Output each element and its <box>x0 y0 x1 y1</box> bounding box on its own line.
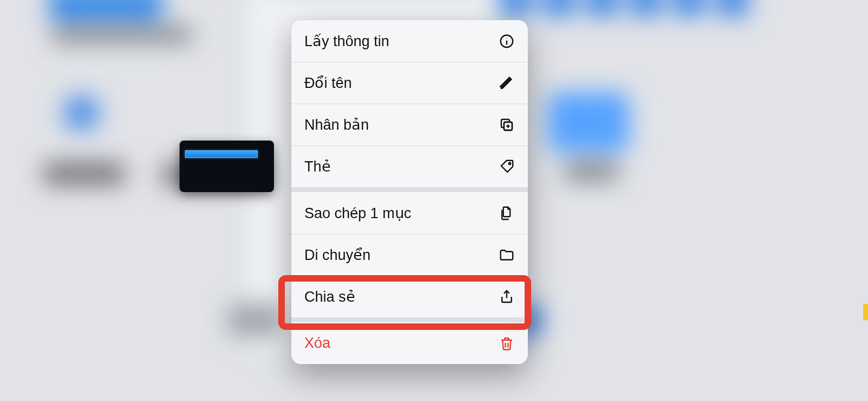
menu-item-share[interactable]: Chia sẻ <box>291 276 528 317</box>
menu-item-get-info[interactable]: Lấy thông tin <box>291 20 528 62</box>
menu-item-copy-one[interactable]: Sao chép 1 mục <box>291 192 528 234</box>
edge-artifact <box>863 304 868 320</box>
tag-icon <box>499 158 515 175</box>
duplicate-icon <box>499 117 515 133</box>
folder-icon <box>499 247 515 263</box>
menu-item-label: Chia sẻ <box>304 288 355 305</box>
doc-on-doc-icon <box>499 205 515 221</box>
pencil-icon <box>499 75 515 91</box>
menu-item-rename[interactable]: Đổi tên <box>291 62 528 104</box>
menu-item-label: Nhân bản <box>304 116 369 133</box>
menu-item-label: Xóa <box>304 335 330 352</box>
menu-item-label: Sao chép 1 mục <box>304 205 411 222</box>
menu-item-delete[interactable]: Xóa <box>291 322 528 364</box>
menu-item-tags[interactable]: Thẻ <box>291 145 528 187</box>
context-menu: Lấy thông tin Đổi tên Nhân bản <box>291 20 528 364</box>
menu-item-label: Lấy thông tin <box>304 33 390 50</box>
menu-item-label: Di chuyển <box>304 246 371 264</box>
waveform-preview <box>185 150 258 158</box>
svg-point-8 <box>509 163 511 165</box>
selected-item-thumbnail[interactable] <box>180 141 274 192</box>
share-icon <box>499 289 515 305</box>
svg-point-2 <box>506 37 507 38</box>
menu-item-label: Đổi tên <box>304 74 352 92</box>
menu-item-duplicate[interactable]: Nhân bản <box>291 104 528 145</box>
info-circle-icon <box>499 33 515 49</box>
menu-item-move[interactable]: Di chuyển <box>291 234 528 276</box>
trash-icon <box>499 335 515 352</box>
menu-item-label: Thẻ <box>304 158 331 175</box>
